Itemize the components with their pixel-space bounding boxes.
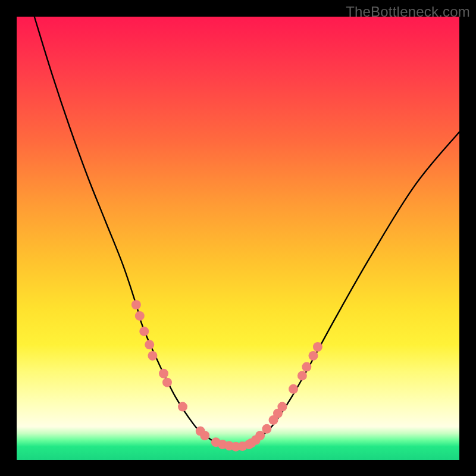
highlight-dot [313,342,322,352]
highlight-dot [135,311,145,321]
highlight-dot [162,378,172,387]
chart-svg [17,17,459,460]
highlight-dot [289,384,298,394]
highlight-dot [159,369,168,378]
chart-frame: TheBottleneck.com [0,0,476,476]
highlight-dot [131,300,141,309]
watermark-text: TheBottleneck.com [346,4,470,20]
bottleneck-curve [35,17,459,447]
highlight-dot [308,351,318,361]
highlight-dot [178,402,187,412]
highlight-dot [200,431,209,440]
highlight-dot [302,362,311,372]
highlight-dot [262,424,271,434]
highlight-dot [145,340,154,349]
plot-area [17,17,459,460]
highlight-dot [298,371,307,380]
highlight-dot [277,402,287,412]
highlight-dot [139,327,149,336]
highlight-dots [131,300,322,451]
highlight-dot [148,351,157,361]
